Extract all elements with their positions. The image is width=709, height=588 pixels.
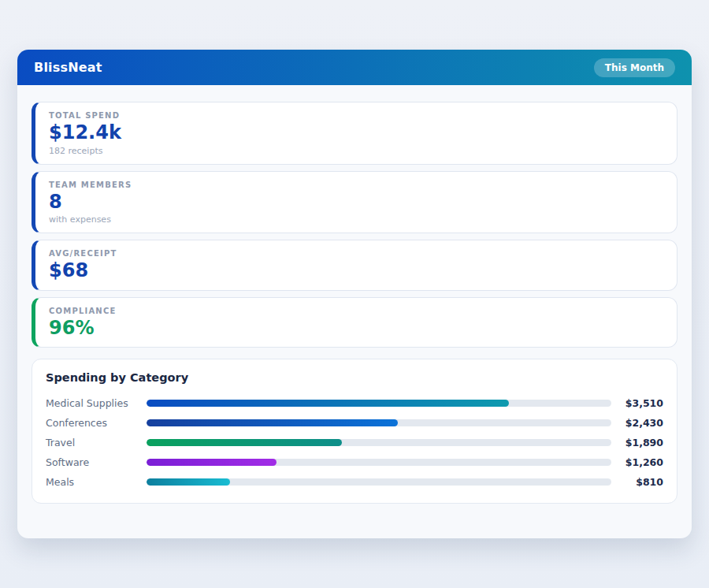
stat-label: TEAM MEMBERS <box>49 180 663 189</box>
stat-value: 96% <box>49 318 663 340</box>
bar-track <box>147 419 611 426</box>
category-label: Software <box>46 456 140 468</box>
bar-fill <box>147 419 398 426</box>
category-value: $2,430 <box>618 417 663 429</box>
dashboard-card: BlissNeat This Month TOTAL SPEND $12.4k … <box>17 50 692 538</box>
spending-by-category-panel: Spending by Category Medical Supplies $3… <box>32 359 677 504</box>
category-row-software: Software $1,260 <box>46 452 663 472</box>
bar-track <box>147 400 611 407</box>
bar-track <box>147 459 611 466</box>
bar-fill <box>147 478 230 486</box>
app-header: BlissNeat This Month <box>17 50 692 85</box>
stat-subtext: 182 receipts <box>49 146 663 156</box>
bar-fill <box>147 459 277 466</box>
category-value: $810 <box>618 476 663 488</box>
stat-card-avg-receipt: AVG/RECEIPT $68 <box>32 240 677 291</box>
bar-track <box>147 439 611 446</box>
category-value: $3,510 <box>618 397 663 409</box>
bar-fill <box>147 400 509 407</box>
bar-track <box>147 478 611 486</box>
panel-title: Spending by Category <box>46 371 663 384</box>
stat-card-total-spend: TOTAL SPEND $12.4k 182 receipts <box>32 102 677 165</box>
stat-label: AVG/RECEIPT <box>49 249 663 258</box>
category-value: $1,890 <box>618 437 663 448</box>
category-row-travel: Travel $1,890 <box>46 433 663 452</box>
stat-value: 8 <box>49 192 663 214</box>
category-label: Travel <box>46 437 140 448</box>
stat-label: COMPLIANCE <box>49 307 663 315</box>
category-label: Meals <box>46 476 140 488</box>
category-label: Medical Supplies <box>46 397 140 409</box>
period-badge[interactable]: This Month <box>594 58 675 77</box>
stat-subtext: with expenses <box>49 214 663 225</box>
bar-fill <box>147 439 342 446</box>
category-row-medical-supplies: Medical Supplies $3,510 <box>46 393 663 413</box>
category-label: Conferences <box>46 417 140 429</box>
stat-value: $68 <box>49 260 663 282</box>
stat-card-team-members: TEAM MEMBERS 8 with expenses <box>32 171 677 234</box>
category-value: $1,260 <box>618 456 663 468</box>
dashboard-body: TOTAL SPEND $12.4k 182 receipts TEAM MEM… <box>17 85 692 504</box>
category-row-meals: Meals $810 <box>46 472 663 492</box>
stat-value: $12.4k <box>49 122 663 144</box>
app-title: BlissNeat <box>34 60 102 75</box>
stat-label: TOTAL SPEND <box>49 111 663 120</box>
stat-card-compliance: COMPLIANCE 96% <box>32 297 677 348</box>
category-row-conferences: Conferences $2,430 <box>46 413 663 433</box>
